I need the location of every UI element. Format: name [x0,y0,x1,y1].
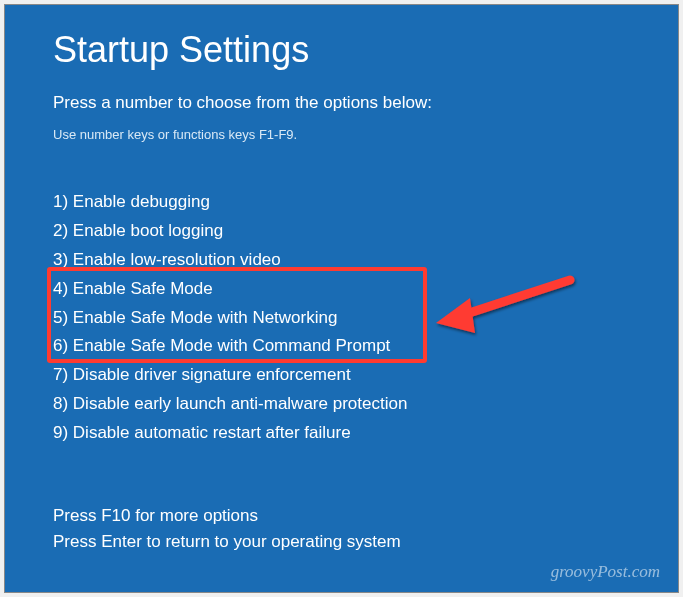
footer-return: Press Enter to return to your operating … [53,529,401,555]
content-area: Startup Settings Press a number to choos… [5,5,678,468]
option-2[interactable]: 2) Enable boot logging [53,217,630,246]
footer-more-options: Press F10 for more options [53,503,401,529]
watermark-text: groovyPost.com [551,562,660,582]
option-3[interactable]: 3) Enable low-resolution video [53,246,630,275]
footer-area: Press F10 for more options Press Enter t… [53,503,401,554]
option-4[interactable]: 4) Enable Safe Mode [53,275,630,304]
startup-settings-screen: Startup Settings Press a number to choos… [4,4,679,593]
hint-text: Use number keys or functions keys F1-F9. [53,127,630,142]
options-list: 1) Enable debugging 2) Enable boot loggi… [53,188,630,448]
instruction-text: Press a number to choose from the option… [53,93,630,113]
option-8[interactable]: 8) Disable early launch anti-malware pro… [53,390,630,419]
option-1[interactable]: 1) Enable debugging [53,188,630,217]
option-9[interactable]: 9) Disable automatic restart after failu… [53,419,630,448]
option-7[interactable]: 7) Disable driver signature enforcement [53,361,630,390]
option-6[interactable]: 6) Enable Safe Mode with Command Prompt [53,332,630,361]
page-title: Startup Settings [53,29,630,71]
option-5[interactable]: 5) Enable Safe Mode with Networking [53,304,630,333]
